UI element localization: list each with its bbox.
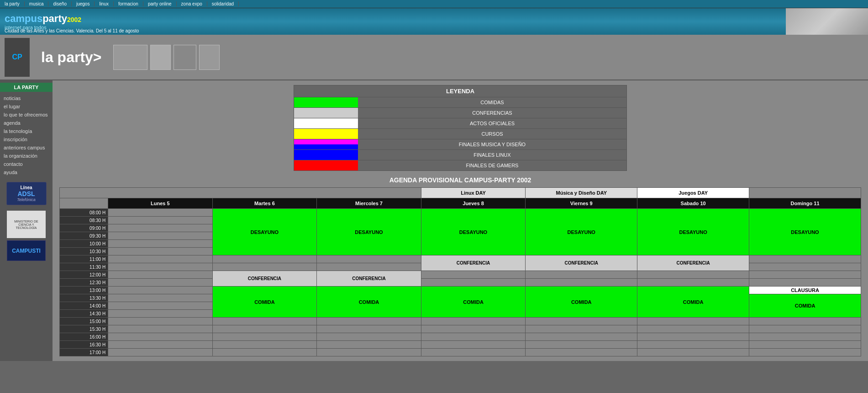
cell-empty	[317, 341, 421, 349]
cell-empty	[108, 232, 213, 240]
cell-empty	[526, 325, 637, 333]
cell-clausura-domingo: CLAUSURA	[749, 287, 861, 294]
table-row: 16:30 H	[60, 341, 861, 349]
nav-party-online[interactable]: party online	[143, 1, 177, 6]
cell-empty	[108, 341, 213, 349]
cell-empty	[421, 349, 526, 356]
nav-linux[interactable]: linux	[95, 1, 114, 6]
cell-comida-mierc: COMIDA	[317, 287, 421, 318]
nav-solidaridad[interactable]: solidaridad	[207, 1, 239, 6]
cell-desayuno-viernes-1: DESAYUNO	[526, 209, 637, 255]
legend-label-finales-musica: FINALES MUSICA Y DISEÑO	[358, 139, 626, 149]
sidebar-agenda[interactable]: agenda	[0, 119, 53, 127]
cell-empty	[526, 333, 637, 341]
nav-juegos[interactable]: juegos	[72, 1, 95, 6]
party-text: party	[42, 13, 67, 24]
cell-empty	[637, 279, 749, 287]
campus-text: campus	[5, 13, 42, 24]
cell-empty	[212, 349, 317, 356]
cell-empty	[317, 318, 421, 325]
cell-empty	[637, 318, 749, 325]
cell-empty	[526, 349, 637, 356]
time-1100: 11:00 H	[60, 255, 108, 263]
sidebar-title: LA PARTY	[0, 83, 53, 92]
cell-empty	[749, 349, 861, 356]
legend-finales-linux: FINALES LINUX	[294, 149, 626, 160]
sidebar-el-lugar[interactable]: el lugar	[0, 102, 53, 111]
day-sabado: Sabado 10	[637, 198, 749, 209]
legend-label-conferencias: CONFERENCIAS	[358, 108, 626, 118]
cell-empty	[749, 263, 861, 271]
sidebar-contacto[interactable]: contacto	[0, 160, 53, 168]
time-1030: 10:30 H	[60, 248, 108, 255]
header-photos	[786, 8, 868, 35]
sidebar-noticias[interactable]: noticias	[0, 94, 53, 102]
cell-empty	[108, 287, 213, 294]
cell-desayuno-jueves-1: DESAYUNO	[421, 209, 526, 255]
legend-finales-gamers: FINALES DE GAMERS	[294, 160, 626, 170]
cell-empty	[421, 318, 526, 325]
time-0830: 08:30 H	[60, 217, 108, 224]
nav-la-party[interactable]: la party	[0, 1, 25, 6]
cell-empty	[212, 263, 317, 271]
time-1530: 15:30 H	[60, 325, 108, 333]
day-jueves: Jueves 8	[421, 198, 526, 209]
legend-label-finales-linux: FINALES LINUX	[358, 150, 626, 160]
nav-diseno[interactable]: diseño	[48, 1, 71, 6]
day-lunes: Lunes 5	[108, 198, 213, 209]
sidebar-adsl-badge: Línea ADSL Telefónica	[6, 182, 47, 205]
cell-conferencia-mierc-1: CONFERENCIA	[317, 271, 421, 287]
cell-empty	[212, 333, 317, 341]
day-domingo: Domingo 11	[749, 198, 861, 209]
cell-comida-viernes: COMIDA	[526, 287, 637, 318]
musica-day-header: Música y Diseño DAY	[526, 188, 637, 198]
cell-empty	[637, 349, 749, 356]
cell-empty	[212, 255, 317, 263]
cell-empty	[637, 333, 749, 341]
time-col-header	[60, 198, 108, 209]
time-1630: 16:30 H	[60, 341, 108, 349]
cell-empty	[749, 271, 861, 279]
la-party-title: la party>	[34, 49, 109, 66]
cell-comida-martes: COMIDA	[212, 287, 317, 318]
cell-comida-domingo: COMIDA	[749, 294, 861, 318]
sidebar-lo-que[interactable]: lo que te ofrecemos	[0, 111, 53, 119]
time-1700: 17:00 H	[60, 349, 108, 356]
legend-comidas: COMIDAS	[294, 97, 626, 107]
nav-formacion[interactable]: formacion	[114, 1, 143, 6]
nav-musica[interactable]: musica	[25, 1, 49, 6]
year-text: 2002	[67, 16, 81, 23]
cell-empty	[637, 341, 749, 349]
cell-empty	[421, 325, 526, 333]
cell-empty	[421, 279, 526, 287]
empty-header-1	[60, 188, 421, 198]
cell-empty	[108, 240, 213, 248]
sidebar-organizacion[interactable]: la organización	[0, 152, 53, 160]
sidebar-anteriores[interactable]: anteriores campus	[0, 143, 53, 152]
sub-header-logo: CP	[5, 38, 30, 77]
thumb-3	[174, 45, 196, 70]
table-row: 12:00 H CONFERENCIA CONFERENCIA	[60, 271, 861, 279]
cell-empty	[317, 325, 421, 333]
table-row: 13:00 H COMIDA COMIDA COMIDA COMIDA COMI…	[60, 287, 861, 294]
sidebar-campusti-logo: CAMPUSTI	[7, 240, 46, 261]
day-martes: Martes 6	[212, 198, 317, 209]
legend-finales-musica: FINALES MUSICA Y DISEÑO	[294, 139, 626, 149]
time-1300: 13:00 H	[60, 287, 108, 294]
cell-empty	[108, 349, 213, 356]
sidebar-ayuda[interactable]: ayuda	[0, 168, 53, 176]
nav-zona-expo[interactable]: zona expo	[177, 1, 207, 6]
legend: LEYENDA COMIDAS CONFERENCIAS ACTOS OFICI…	[294, 85, 627, 171]
time-1130: 11:30 H	[60, 263, 108, 271]
sidebar-inscripcion[interactable]: inscripción	[0, 135, 53, 143]
cell-empty	[108, 209, 213, 217]
linux-day-header: Linux DAY	[421, 188, 526, 198]
special-header-row: Linux DAY Música y Diseño DAY Juegos DAY	[60, 188, 861, 198]
cell-empty	[749, 325, 861, 333]
sidebar-tecnologia[interactable]: la tecnología	[0, 127, 53, 135]
agenda-title: AGENDA PROVISIONAL CAMPUS-PARTY 2002	[59, 176, 861, 184]
time-1430: 14:30 H	[60, 310, 108, 318]
time-1330: 13:30 H	[60, 294, 108, 302]
cell-empty	[526, 318, 637, 325]
juegos-day-header: Juegos DAY	[637, 188, 749, 198]
